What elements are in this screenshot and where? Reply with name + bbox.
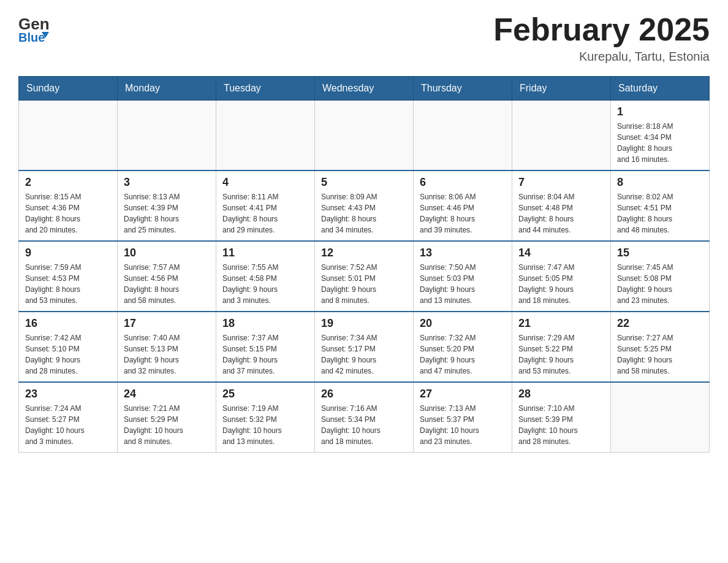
table-row	[315, 101, 414, 171]
day-info: Sunrise: 8:02 AMSunset: 4:51 PMDaylight:…	[617, 191, 703, 236]
day-number: 27	[420, 388, 506, 400]
table-row: 5Sunrise: 8:09 AMSunset: 4:43 PMDaylight…	[315, 170, 414, 241]
table-row: 14Sunrise: 7:47 AMSunset: 5:05 PMDayligh…	[512, 241, 611, 312]
day-number: 25	[222, 388, 308, 400]
day-info: Sunrise: 7:32 AMSunset: 5:20 PMDaylight:…	[420, 332, 506, 377]
day-number: 4	[222, 176, 308, 189]
table-row: 4Sunrise: 8:11 AMSunset: 4:41 PMDaylight…	[216, 170, 315, 241]
table-row: 6Sunrise: 8:06 AMSunset: 4:46 PMDaylight…	[414, 170, 512, 241]
day-info: Sunrise: 7:47 AMSunset: 5:05 PMDaylight:…	[518, 262, 604, 306]
day-number: 11	[222, 247, 308, 259]
day-number: 9	[25, 247, 111, 259]
day-info: Sunrise: 7:45 AMSunset: 5:08 PMDaylight:…	[617, 262, 703, 306]
month-title: February 2025	[493, 12, 710, 47]
day-info: Sunrise: 7:55 AMSunset: 4:58 PMDaylight:…	[222, 262, 308, 306]
day-info: Sunrise: 7:27 AMSunset: 5:25 PMDaylight:…	[617, 332, 703, 377]
header-tuesday: Tuesday	[216, 77, 315, 101]
header-saturday: Saturday	[611, 77, 710, 101]
table-row: 9Sunrise: 7:59 AMSunset: 4:53 PMDaylight…	[19, 241, 118, 312]
day-info: Sunrise: 8:11 AMSunset: 4:41 PMDaylight:…	[222, 191, 308, 236]
day-info: Sunrise: 7:42 AMSunset: 5:10 PMDaylight:…	[25, 332, 111, 377]
calendar-week-row: 9Sunrise: 7:59 AMSunset: 4:53 PMDaylight…	[19, 241, 710, 312]
table-row: 11Sunrise: 7:55 AMSunset: 4:58 PMDayligh…	[216, 241, 315, 312]
day-number: 23	[25, 388, 111, 400]
day-number: 14	[518, 247, 604, 259]
day-number: 5	[321, 176, 407, 189]
day-number: 16	[25, 317, 111, 330]
day-number: 3	[124, 176, 210, 189]
table-row	[216, 101, 315, 171]
day-info: Sunrise: 7:57 AMSunset: 4:56 PMDaylight:…	[124, 262, 210, 306]
table-row	[414, 101, 512, 171]
calendar-week-row: 2Sunrise: 8:15 AMSunset: 4:36 PMDaylight…	[19, 170, 710, 241]
table-row: 20Sunrise: 7:32 AMSunset: 5:20 PMDayligh…	[414, 312, 512, 382]
calendar-header-row: Sunday Monday Tuesday Wednesday Thursday…	[19, 77, 710, 101]
table-row: 13Sunrise: 7:50 AMSunset: 5:03 PMDayligh…	[414, 241, 512, 312]
table-row: 22Sunrise: 7:27 AMSunset: 5:25 PMDayligh…	[611, 312, 710, 382]
day-number: 24	[124, 388, 210, 400]
table-row: 28Sunrise: 7:10 AMSunset: 5:39 PMDayligh…	[512, 382, 611, 453]
day-info: Sunrise: 7:52 AMSunset: 5:01 PMDaylight:…	[321, 262, 407, 306]
day-number: 26	[321, 388, 407, 400]
table-row: 3Sunrise: 8:13 AMSunset: 4:39 PMDaylight…	[118, 170, 216, 241]
table-row: 18Sunrise: 7:37 AMSunset: 5:15 PMDayligh…	[216, 312, 315, 382]
header-sunday: Sunday	[19, 77, 118, 101]
day-info: Sunrise: 7:29 AMSunset: 5:22 PMDaylight:…	[518, 332, 604, 377]
day-number: 1	[617, 105, 703, 118]
table-row: 24Sunrise: 7:21 AMSunset: 5:29 PMDayligh…	[118, 382, 216, 453]
header-monday: Monday	[118, 77, 216, 101]
table-row	[611, 382, 710, 453]
header-thursday: Thursday	[414, 77, 512, 101]
calendar-week-row: 1Sunrise: 8:18 AMSunset: 4:34 PMDaylight…	[19, 101, 710, 171]
logo: General Blue	[18, 12, 49, 45]
day-number: 17	[124, 317, 210, 330]
day-info: Sunrise: 7:34 AMSunset: 5:17 PMDaylight:…	[321, 332, 407, 377]
day-number: 13	[420, 247, 506, 259]
day-number: 18	[222, 317, 308, 330]
table-row	[118, 101, 216, 171]
day-number: 19	[321, 317, 407, 330]
day-number: 8	[617, 176, 703, 189]
table-row: 25Sunrise: 7:19 AMSunset: 5:32 PMDayligh…	[216, 382, 315, 453]
day-number: 21	[518, 317, 604, 330]
location-subtitle: Kurepalu, Tartu, Estonia	[493, 50, 710, 64]
day-info: Sunrise: 7:37 AMSunset: 5:15 PMDaylight:…	[222, 332, 308, 377]
table-row: 2Sunrise: 8:15 AMSunset: 4:36 PMDaylight…	[19, 170, 118, 241]
table-row: 26Sunrise: 7:16 AMSunset: 5:34 PMDayligh…	[315, 382, 414, 453]
header-friday: Friday	[512, 77, 611, 101]
table-row	[512, 101, 611, 171]
header-wednesday: Wednesday	[315, 77, 414, 101]
day-number: 10	[124, 247, 210, 259]
calendar-table: Sunday Monday Tuesday Wednesday Thursday…	[18, 76, 710, 453]
day-info: Sunrise: 7:13 AMSunset: 5:37 PMDaylight:…	[420, 403, 506, 447]
title-section: February 2025 Kurepalu, Tartu, Estonia	[493, 12, 710, 64]
day-info: Sunrise: 8:09 AMSunset: 4:43 PMDaylight:…	[321, 191, 407, 236]
calendar-week-row: 16Sunrise: 7:42 AMSunset: 5:10 PMDayligh…	[19, 312, 710, 382]
day-number: 7	[518, 176, 604, 189]
table-row: 8Sunrise: 8:02 AMSunset: 4:51 PMDaylight…	[611, 170, 710, 241]
day-info: Sunrise: 8:06 AMSunset: 4:46 PMDaylight:…	[420, 191, 506, 236]
day-info: Sunrise: 7:24 AMSunset: 5:27 PMDaylight:…	[25, 403, 111, 447]
table-row: 10Sunrise: 7:57 AMSunset: 4:56 PMDayligh…	[118, 241, 216, 312]
day-number: 22	[617, 317, 703, 330]
day-number: 6	[420, 176, 506, 189]
day-info: Sunrise: 7:59 AMSunset: 4:53 PMDaylight:…	[25, 262, 111, 306]
day-info: Sunrise: 7:16 AMSunset: 5:34 PMDaylight:…	[321, 403, 407, 447]
day-info: Sunrise: 8:18 AMSunset: 4:34 PMDaylight:…	[617, 121, 703, 165]
day-info: Sunrise: 7:40 AMSunset: 5:13 PMDaylight:…	[124, 332, 210, 377]
day-info: Sunrise: 7:50 AMSunset: 5:03 PMDaylight:…	[420, 262, 506, 306]
svg-text:Blue: Blue	[18, 31, 45, 43]
day-info: Sunrise: 8:15 AMSunset: 4:36 PMDaylight:…	[25, 191, 111, 236]
table-row: 7Sunrise: 8:04 AMSunset: 4:48 PMDaylight…	[512, 170, 611, 241]
table-row	[19, 101, 118, 171]
page-header: General Blue February 2025 Kurepalu, Tar…	[18, 12, 710, 64]
logo-icon: General Blue	[18, 12, 49, 45]
day-number: 15	[617, 247, 703, 259]
day-info: Sunrise: 7:10 AMSunset: 5:39 PMDaylight:…	[518, 403, 604, 447]
day-number: 20	[420, 317, 506, 330]
calendar-week-row: 23Sunrise: 7:24 AMSunset: 5:27 PMDayligh…	[19, 382, 710, 453]
table-row: 21Sunrise: 7:29 AMSunset: 5:22 PMDayligh…	[512, 312, 611, 382]
table-row: 23Sunrise: 7:24 AMSunset: 5:27 PMDayligh…	[19, 382, 118, 453]
table-row: 1Sunrise: 8:18 AMSunset: 4:34 PMDaylight…	[611, 101, 710, 171]
table-row: 15Sunrise: 7:45 AMSunset: 5:08 PMDayligh…	[611, 241, 710, 312]
